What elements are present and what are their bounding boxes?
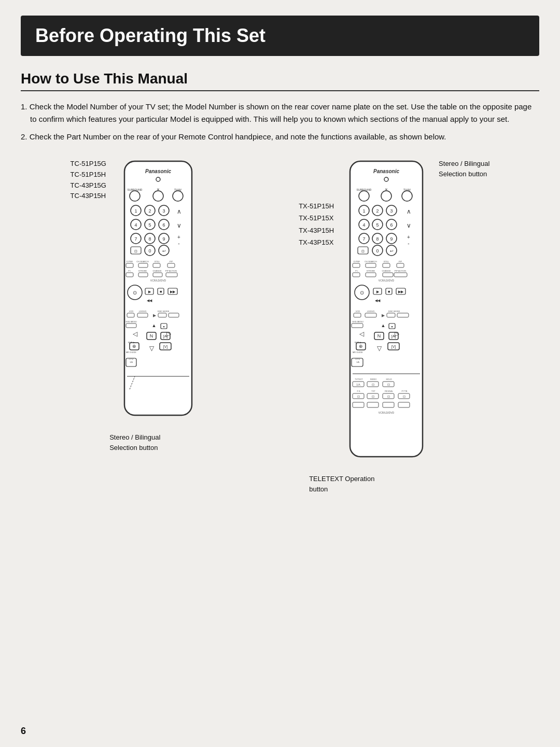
page-title: Before Operating This Set xyxy=(35,25,525,47)
svg-text:⊡: ⊡ xyxy=(357,395,360,398)
svg-text:[A]: [A] xyxy=(163,334,168,339)
svg-text:⊡: ⊡ xyxy=(387,395,390,398)
svg-text:9: 9 xyxy=(162,236,165,242)
svg-text:LD/DVD: LD/DVD xyxy=(367,310,375,313)
svg-text:▶▶: ▶▶ xyxy=(398,290,404,293)
svg-text:⊡: ⊡ xyxy=(387,383,390,386)
svg-text:⊕: ⊕ xyxy=(359,344,363,349)
svg-text:CHANGE: CHANGE xyxy=(152,270,161,272)
svg-text:◀◀: ◀◀ xyxy=(375,299,381,302)
svg-text:STILL: STILL xyxy=(384,260,389,263)
svg-text:N: N xyxy=(377,333,381,339)
svg-text:[V]: [V] xyxy=(163,345,168,349)
svg-text:∧: ∧ xyxy=(407,208,411,215)
svg-text:⊡: ⊡ xyxy=(372,395,374,398)
svg-text:VCR/LD/DVD: VCR/LD/DVD xyxy=(150,279,166,282)
svg-text:9: 9 xyxy=(390,236,393,242)
svg-text:SHG MENU: SHG MENU xyxy=(125,320,137,323)
svg-text:STROBE: STROBE xyxy=(138,270,147,272)
svg-text:1: 1 xyxy=(363,208,366,214)
svg-text:1/A: 1/A xyxy=(130,361,133,363)
title-box: Before Operating This Set xyxy=(21,16,539,56)
right-remote-models: TX-51P15H TX-51P15X TX-43P15H TX-43P15X xyxy=(299,159,334,249)
svg-text:Panasonic: Panasonic xyxy=(373,168,399,174)
section-title: How to Use This Manual xyxy=(21,71,539,91)
svg-text:4: 4 xyxy=(134,222,137,228)
right-remote-captions: TELETEXT Operation button xyxy=(299,474,489,494)
svg-text:-: - xyxy=(178,241,179,246)
svg-text:DISC MODE: DISC MODE xyxy=(388,310,400,313)
instructions: 1. Check the Model Number of your TV set… xyxy=(21,101,539,143)
svg-text:∨: ∨ xyxy=(176,222,181,229)
svg-text:2: 2 xyxy=(376,208,379,214)
svg-text:7: 7 xyxy=(134,236,137,242)
instruction-1: 1. Check the Model Number of your TV set… xyxy=(21,101,539,125)
svg-text:▶▶: ▶▶ xyxy=(170,290,176,293)
svg-text:5: 5 xyxy=(376,222,379,228)
svg-text:∧: ∧ xyxy=(176,208,181,215)
svg-text:3: 3 xyxy=(390,208,393,214)
svg-text:0: 0 xyxy=(148,248,151,253)
svg-text:◁: ◁ xyxy=(359,330,365,337)
svg-text:P.I.: P.I. xyxy=(128,270,131,272)
svg-text:N: N xyxy=(150,333,153,339)
svg-text:▲: ▲ xyxy=(152,323,157,328)
svg-text:TVTEXT: TVTEXT xyxy=(355,378,363,380)
svg-text:6: 6 xyxy=(162,222,165,228)
svg-text:6: 6 xyxy=(390,222,393,228)
svg-text:⊙: ⊙ xyxy=(360,290,364,295)
svg-text:⊕: ⊕ xyxy=(132,344,136,349)
right-remote-section: TX-51P15H TX-51P15X TX-43P15H TX-43P15X … xyxy=(299,159,489,494)
svg-text:∨: ∨ xyxy=(407,222,411,229)
svg-text:[V]: [V] xyxy=(391,345,396,349)
svg-text:VCR/LD/DVD: VCR/LD/DVD xyxy=(379,411,395,414)
svg-text:◀◀: ◀◀ xyxy=(147,299,152,302)
left-remote-caption: Stereo / Bilingual Selection button xyxy=(109,432,160,453)
svg-text:↩: ↩ xyxy=(162,249,165,253)
svg-text:STROBE: STROBE xyxy=(367,270,375,272)
left-remote-models: TC-51P15G TC-51P15H TC-43P15G TC-43P15H xyxy=(71,159,106,202)
svg-text:VCR: VCR xyxy=(356,310,360,313)
svg-text:D.PNR: D.PNR xyxy=(354,260,360,263)
svg-text:[A]: [A] xyxy=(391,334,396,339)
svg-text:SHG MENU: SHG MENU xyxy=(352,320,363,323)
remotes-container: TC-51P15G TC-51P15H TC-43P15G TC-43P15H … xyxy=(21,159,539,494)
svg-text:TXT: TXT xyxy=(371,390,375,392)
svg-text:Panasonic: Panasonic xyxy=(145,168,171,174)
svg-text:⊙: ⊙ xyxy=(133,290,137,295)
svg-text:MR GUIDE: MR GUIDE xyxy=(126,351,136,354)
svg-text:PIP ACTION: PIP ACTION xyxy=(165,270,177,272)
svg-text:CH SEARCH: CH SEARCH xyxy=(365,260,377,263)
svg-text:▽: ▽ xyxy=(149,345,154,352)
svg-text:F.S.: F.S. xyxy=(357,390,361,392)
svg-text:VCR: VCR xyxy=(129,310,134,313)
svg-text:▽: ▽ xyxy=(377,345,382,352)
svg-text:●: ● xyxy=(391,325,393,328)
svg-text:■: ■ xyxy=(388,290,390,293)
svg-text:■: ■ xyxy=(160,290,162,293)
svg-text:CHANGE: CHANGE xyxy=(382,270,391,272)
svg-text:5: 5 xyxy=(148,222,151,228)
svg-text:2: 2 xyxy=(148,208,151,214)
instruction-2: 2. Check the Part Number on the rear of … xyxy=(21,131,539,143)
page-number: 6 xyxy=(21,726,26,737)
svg-text:+: + xyxy=(177,234,180,240)
svg-text:⊡: ⊡ xyxy=(372,383,374,386)
svg-text:1/A: 1/A xyxy=(356,361,359,363)
svg-text:LD/DVD: LD/DVD xyxy=(139,310,147,313)
svg-text:-: - xyxy=(408,241,409,246)
svg-text:MR GUIDE: MR GUIDE xyxy=(353,351,363,354)
svg-text:⊡: ⊡ xyxy=(134,249,137,253)
svg-text:7: 7 xyxy=(363,236,366,242)
svg-text:PIP: PIP xyxy=(399,260,402,263)
svg-text:STILL: STILL xyxy=(155,260,160,263)
svg-text:HOLD: HOLD xyxy=(386,378,392,380)
svg-text:4: 4 xyxy=(363,222,366,228)
svg-text:+: + xyxy=(407,234,410,240)
svg-text:8: 8 xyxy=(148,236,151,242)
svg-text:P.I.: P.I. xyxy=(355,270,358,272)
svg-text:D.PNR: D.PNR xyxy=(127,260,133,263)
left-remote-section: TC-51P15G TC-51P15H TC-43P15G TC-43P15H … xyxy=(71,159,200,453)
left-remote-svg: Panasonic SURROUND ✕ TV/AV 1 2 xyxy=(117,159,200,428)
svg-text:REVEAL: REVEAL xyxy=(385,390,394,392)
